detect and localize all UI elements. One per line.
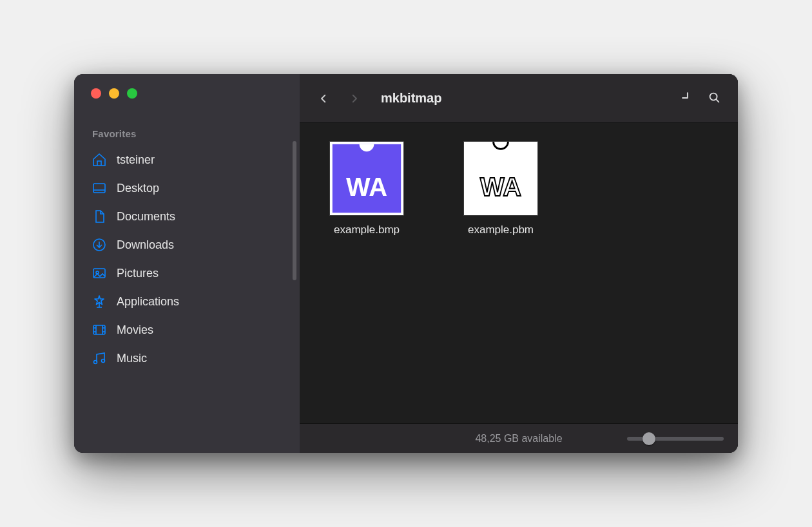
toolbar: mkbitmap [300,74,738,123]
applications-icon [91,293,108,310]
sidebar-item-home[interactable]: tsteiner [83,146,291,174]
svg-line-16 [716,99,719,102]
zoom-button[interactable] [127,88,137,99]
window-controls [74,74,300,123]
slider-thumb[interactable] [643,432,655,445]
file-name-label: example.pbm [468,224,534,236]
svg-rect-0 [93,184,105,193]
music-icon [91,350,108,367]
file-thumbnail: WA [463,141,538,216]
sidebar-item-desktop[interactable]: Desktop [83,174,291,202]
sidebar-item-label: Desktop [117,182,159,195]
search-button[interactable] [707,90,721,107]
more-toolbar-button[interactable] [679,90,693,107]
toolbar-right [679,90,721,107]
svg-point-14 [102,359,105,363]
home-icon [91,151,108,168]
svg-point-13 [94,361,97,364]
file-item[interactable]: WA example.bmp [315,141,418,236]
finder-window: Favorites tsteiner Desktop Documents [74,74,738,453]
sidebar-section-favorites: Favorites [74,123,300,142]
sidebar-list: tsteiner Desktop Documents Downloads [74,142,300,453]
svg-text:WA: WA [480,173,521,201]
minimize-button[interactable] [109,88,119,99]
sidebar-item-applications[interactable]: Applications [83,287,291,316]
folder-title: mkbitmap [381,91,441,106]
pictures-icon [91,265,108,282]
file-thumbnail: WA [329,141,404,216]
icon-size-slider[interactable] [627,437,724,441]
svg-rect-6 [93,325,105,334]
main-area: mkbitmap WA exam [300,74,738,453]
close-button[interactable] [91,88,101,99]
sidebar-item-label: Applications [117,295,179,309]
sidebar-item-label: Music [117,352,147,365]
file-name-label: example.bmp [334,224,400,236]
sidebar-item-label: tsteiner [117,153,155,167]
file-grid[interactable]: WA example.bmp WA example.pbm [300,123,738,423]
sidebar-item-music[interactable]: Music [83,344,291,372]
sidebar-item-label: Documents [117,210,175,224]
sidebar: Favorites tsteiner Desktop Documents [74,74,300,453]
forward-button[interactable] [342,86,367,111]
download-icon [91,236,108,253]
document-icon [91,208,108,225]
back-button[interactable] [311,86,336,111]
sidebar-item-label: Movies [117,323,153,337]
sidebar-item-movies[interactable]: Movies [83,316,291,344]
statusbar-text: 48,25 GB available [475,433,562,445]
sidebar-item-pictures[interactable]: Pictures [83,259,291,287]
movies-icon [91,321,108,338]
sidebar-scrollbar-thumb[interactable] [293,141,296,280]
file-item[interactable]: WA example.pbm [449,141,552,236]
statusbar: 48,25 GB available [300,423,738,453]
sidebar-item-downloads[interactable]: Downloads [83,231,291,259]
svg-text:WA: WA [346,173,387,201]
sidebar-item-documents[interactable]: Documents [83,202,291,231]
sidebar-item-label: Downloads [117,238,174,252]
desktop-icon [91,180,108,196]
sidebar-item-label: Pictures [117,267,159,280]
